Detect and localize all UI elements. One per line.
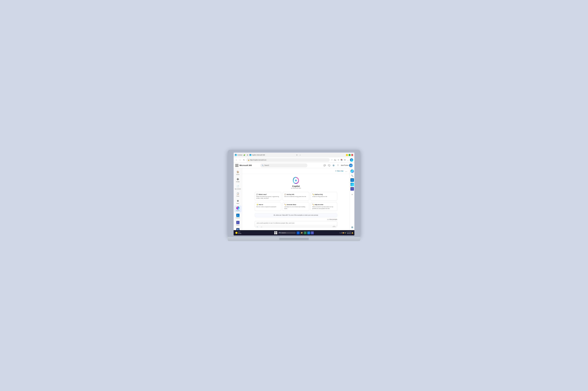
grid-btn[interactable]: ⊞ [260, 226, 263, 227]
sidebar-item-outlook[interactable]: O Outlook [234, 213, 242, 219]
browser-toolbar: ☆ Aa ⊙ 📚 ⊞ … E [330, 158, 353, 162]
word-icon: W [236, 228, 240, 230]
copilot-header: ✦ New chat … [242, 168, 350, 174]
edge-profile-icon[interactable]: E [350, 158, 353, 162]
waffle-menu[interactable] [235, 164, 238, 167]
prompt-card-help-me-write[interactable]: ✏️ Help me write Write an email to my te… [311, 202, 337, 211]
card-title-help-me-write: ✏️ Help me write [312, 204, 335, 205]
user-profile[interactable]: Jack Purton JP [341, 164, 353, 167]
taskbar-clock[interactable]: 11:11 AM 4/9/2024 [346, 231, 351, 234]
m365-title: Microsoft 365 [240, 164, 252, 167]
sidebar-item-copilot[interactable]: Copilot [234, 205, 242, 212]
header-more-btn[interactable]: … [344, 169, 348, 173]
generate-ideas-icon: ✏️ [284, 204, 286, 205]
forward-btn[interactable]: › [239, 159, 242, 161]
address-bar[interactable]: 🔒 https://copilot.microsoft.com [246, 158, 330, 162]
edge-settings-icon[interactable]: ⚙️ [350, 225, 354, 229]
copilot-icon [236, 206, 240, 210]
laptop-base [228, 237, 360, 241]
search-placeholder: Search [264, 165, 269, 166]
taskbar-edge-icon[interactable]: e [297, 231, 300, 234]
attach-btn[interactable]: 📎 [256, 226, 259, 227]
sidebar-label-feed: Feed [236, 196, 239, 197]
minimize-btn[interactable]: − [346, 154, 348, 156]
chat-input[interactable] [255, 221, 337, 225]
send-btn[interactable]: ▶ [332, 226, 336, 227]
feedback-icon[interactable]: 🗨️ [327, 164, 331, 167]
close-btn[interactable]: ✕ [351, 154, 353, 156]
sidebar-item-feed[interactable]: 📋 Feed [234, 191, 242, 198]
read-icon[interactable]: Aa [334, 159, 336, 161]
browser-menu-icon[interactable]: ⊞ [246, 154, 249, 156]
refresh-btn[interactable]: ↻ [242, 159, 245, 161]
sidebar-item-apps[interactable]: ⊞ Apps [234, 198, 242, 205]
card-body-whats-new: What's the latest from person, organized… [256, 196, 280, 199]
prompt-card-how-to[interactable]: 💡 How to How do I write a request for pr… [255, 202, 281, 211]
m365-search-bar[interactable]: 🔍 Search [260, 164, 307, 167]
settings-icon[interactable]: ⚙️ [332, 164, 335, 167]
prompt-card-draft-faq[interactable]: ✏️ Draft an FAQ Create an FAQ based on f… [311, 192, 337, 201]
taskbar-search[interactable]: 🔍 Search [278, 232, 296, 234]
favorites-icon[interactable]: ☆ [330, 159, 333, 161]
edge-bar: 🔍 O ✓ T ＋ ⚙️ [350, 168, 354, 230]
maximize-btn[interactable]: □ [348, 154, 351, 156]
share-icon[interactable]: ⊙ [337, 159, 340, 161]
weather-desc: Sunny [238, 233, 241, 234]
sidebar-item-word[interactable]: W Word [234, 227, 242, 230]
weather-widget[interactable]: 71°F Sunny [235, 231, 242, 234]
prompt-card-get-key-info[interactable]: 📋 Get key info Give me a bullet list of … [283, 192, 309, 201]
new-tab-btn[interactable]: ＋ [299, 154, 302, 156]
taskbar-right: ∧ 🔊 📶 🔋 11:11 AM 4/9/2024 🔔 [339, 231, 353, 234]
chat-icon[interactable]: 💬 [323, 164, 326, 167]
weather-info: 71°F Sunny [238, 231, 241, 234]
new-chat-btn[interactable]: ✦ New chat [334, 170, 344, 172]
card-title-get-key-info: 📋 Get key info [284, 194, 308, 195]
apps-icon: ⊞ [236, 199, 240, 202]
profile-favicon: C [235, 154, 237, 156]
tab-close-icon[interactable]: ✕ [296, 154, 298, 156]
sidebar-icon[interactable]: ⊞ [343, 159, 346, 161]
mycontent-icon: 📄 [236, 185, 240, 188]
copilot-name: Copilot [292, 185, 300, 187]
sidebar-item-create[interactable]: ➕ Create [234, 177, 242, 183]
profile-label: Contoso [237, 154, 242, 156]
help-icon[interactable]: ? [336, 164, 339, 167]
prompt-card-whats-new[interactable]: 💬 What's new? What's the latest from per… [255, 192, 281, 201]
sidebar-item-teams[interactable]: T Teams [234, 220, 242, 227]
start-btn[interactable] [274, 231, 277, 234]
back-btn[interactable]: ‹ [235, 159, 238, 161]
edge-teams-icon[interactable]: T [350, 187, 354, 191]
taskbar-edge2-icon[interactable]: e [304, 231, 307, 234]
copilot-content: Copilot for Microsoft 365 💬 What's new? [242, 174, 350, 230]
edge-add-icon[interactable]: ＋ [350, 193, 354, 196]
sidebar-label-home: Home [236, 174, 239, 175]
view-prompts-btn[interactable]: 📖 View prompts [327, 219, 337, 220]
card-body-generate-ideas: List ideas for a fun remote team buildin… [284, 206, 308, 209]
card-body-how-to: How do I write a request for proposal? [256, 206, 280, 207]
taskbar-app-icons: e 📁 e O T [297, 231, 314, 234]
taskbar-explorer-icon[interactable]: 📁 [300, 231, 303, 234]
taskbar-center: 🔍 Search e 📁 e O [274, 231, 314, 234]
notification-icon[interactable]: 🔔 [351, 232, 353, 234]
taskbar-teams-icon[interactable]: T [311, 231, 314, 234]
sidebar-item-home[interactable]: 🏠 Home [234, 169, 242, 176]
new-chat-label: New chat [337, 170, 343, 172]
taskbar-outlook-icon[interactable]: O [307, 231, 310, 234]
more-tools-icon[interactable]: … [347, 159, 349, 161]
prompt-card-generate-ideas[interactable]: ✏️ Generate ideas List ideas for a fun r… [283, 202, 309, 211]
edge-outlook-icon[interactable]: O [350, 178, 354, 182]
taskbar-left: 71°F Sunny [235, 231, 242, 234]
view-prompts-row: 📖 View prompts [255, 219, 337, 220]
system-tray[interactable]: ∧ 🔊 📶 🔋 [339, 232, 346, 234]
tab-title: Copilot | Microsoft 365 [252, 154, 295, 156]
edge-todo-icon[interactable]: ✓ [350, 183, 354, 186]
edge-search-icon[interactable]: 🔍 [350, 174, 354, 177]
window-controls: − □ ✕ [346, 154, 353, 156]
extensions-icon[interactable]: 🧩 [243, 154, 246, 156]
screen: C Contoso 🧩 ⊞ Copilot | Microsoft 365 ✕ … [234, 153, 354, 235]
m365-app: 🏠 Home ➕ Create 📄 My Content 📋 [234, 168, 354, 230]
edge-copilot-icon[interactable] [350, 169, 354, 173]
sidebar-label-copilot: Copilot [236, 210, 240, 211]
sidebar-item-mycontent[interactable]: 📄 My Content [234, 184, 242, 191]
collections-icon[interactable]: 📚 [340, 159, 343, 161]
